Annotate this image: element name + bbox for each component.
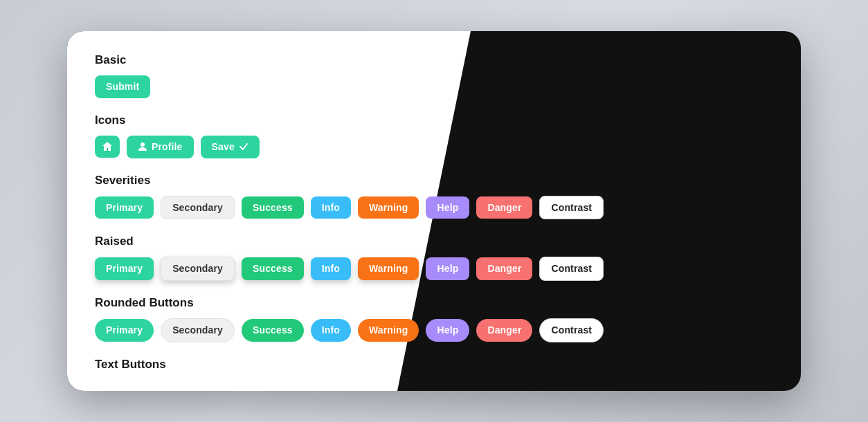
raised-secondary-button[interactable]: Secondary — [161, 257, 235, 281]
sev-info-button[interactable]: Info — [311, 196, 351, 219]
raised-primary-button[interactable]: Primary — [95, 257, 154, 280]
sev-warning-button[interactable]: Warning — [358, 196, 419, 219]
profile-button[interactable]: Profile — [127, 136, 194, 158]
profile-icon — [138, 142, 147, 152]
rounded-info-button[interactable]: Info — [311, 319, 351, 342]
section-basic-title: Basic — [95, 53, 773, 67]
icons-btn-row: Profile Save — [95, 136, 773, 158]
raised-danger-button[interactable]: Danger — [476, 257, 532, 280]
profile-label: Profile — [152, 141, 183, 153]
section-rounded-title: Rounded Buttons — [95, 296, 773, 310]
sev-secondary-button[interactable]: Secondary — [161, 196, 235, 220]
severities-btn-row: Primary Secondary Success Info Warning H… — [95, 196, 773, 220]
section-basic: Basic Submit — [95, 53, 773, 98]
svg-point-0 — [141, 143, 145, 147]
raised-contrast-button[interactable]: Contrast — [539, 257, 604, 281]
section-text-buttons-title: Text Buttons — [95, 358, 773, 371]
section-raised: Raised Primary Secondary Success Info Wa… — [95, 235, 773, 281]
rounded-contrast-button[interactable]: Contrast — [539, 318, 604, 342]
section-raised-title: Raised — [95, 235, 773, 248]
sev-contrast-button[interactable]: Contrast — [539, 196, 604, 220]
check-icon — [239, 142, 248, 152]
sev-primary-button[interactable]: Primary — [95, 196, 154, 219]
rounded-primary-button[interactable]: Primary — [95, 319, 154, 342]
content-area: Basic Submit Icons Profile — [67, 31, 801, 391]
rounded-help-button[interactable]: Help — [426, 319, 469, 342]
rounded-danger-button[interactable]: Danger — [476, 319, 532, 342]
rounded-secondary-button[interactable]: Secondary — [161, 318, 235, 342]
device-frame: Basic Submit Icons Profile — [67, 31, 801, 391]
home-icon-button[interactable] — [95, 136, 120, 158]
section-text-buttons: Text Buttons — [95, 358, 773, 371]
submit-button[interactable]: Submit — [95, 75, 150, 98]
rounded-success-button[interactable]: Success — [242, 319, 304, 342]
raised-info-button[interactable]: Info — [311, 257, 351, 280]
home-icon — [102, 141, 113, 152]
rounded-btn-row: Primary Secondary Success Info Warning H… — [95, 318, 773, 342]
raised-success-button[interactable]: Success — [242, 257, 304, 280]
sev-help-button[interactable]: Help — [426, 196, 469, 219]
sev-danger-button[interactable]: Danger — [476, 196, 532, 219]
raised-warning-button[interactable]: Warning — [358, 257, 419, 280]
rounded-warning-button[interactable]: Warning — [358, 319, 419, 342]
section-icons-title: Icons — [95, 113, 773, 127]
section-icons: Icons Profile Save — [95, 113, 773, 158]
raised-help-button[interactable]: Help — [426, 257, 469, 280]
raised-btn-row: Primary Secondary Success Info Warning H… — [95, 257, 773, 281]
save-label: Save — [212, 141, 235, 153]
save-button[interactable]: Save — [201, 136, 260, 158]
section-severities: Severities Primary Secondary Success Inf… — [95, 174, 773, 220]
sev-success-button[interactable]: Success — [242, 196, 304, 219]
section-severities-title: Severities — [95, 174, 773, 187]
basic-btn-row: Submit — [95, 75, 773, 98]
section-rounded: Rounded Buttons Primary Secondary Succes… — [95, 296, 773, 342]
